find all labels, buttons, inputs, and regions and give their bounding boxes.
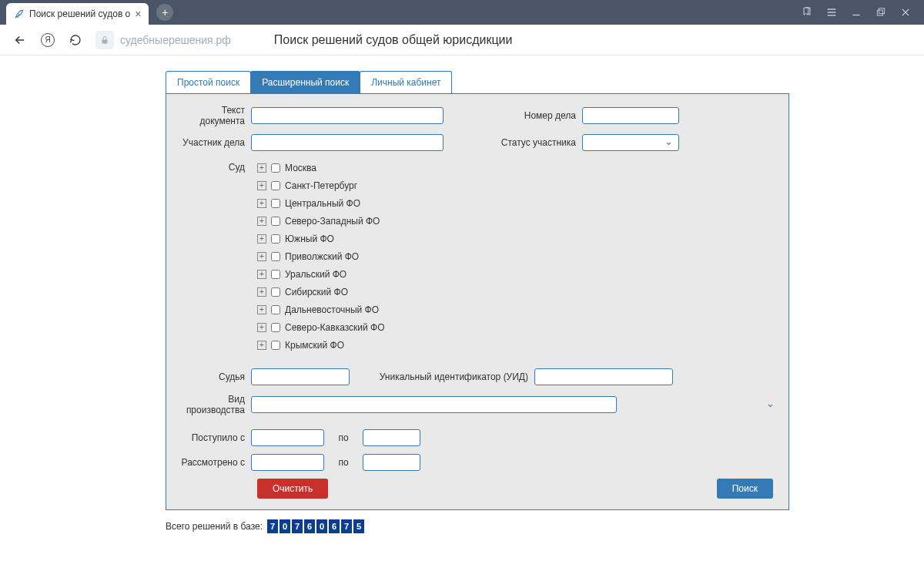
expand-icon[interactable]: + <box>257 305 266 314</box>
label-doc-text: Текст документа <box>174 105 251 126</box>
court-label: Приволжский ФО <box>285 251 359 262</box>
label-received-to: по <box>324 432 363 443</box>
label-uid: Уникальный идентификатор (УИД) <box>350 371 534 382</box>
back-icon[interactable] <box>12 32 28 48</box>
tab-cabinet[interactable]: Личный кабинет <box>360 71 452 93</box>
label-participant: Участник дела <box>174 137 251 148</box>
proc-type-select[interactable] <box>251 396 617 413</box>
court-tree-item: +Уральский ФО <box>257 265 385 283</box>
label-status: Статус участника <box>474 137 582 148</box>
participant-input[interactable] <box>251 134 444 151</box>
reviewed-to-input[interactable] <box>363 454 420 471</box>
label-judge: Судья <box>174 371 251 382</box>
expand-icon[interactable]: + <box>257 163 266 173</box>
label-reviewed-from: Рассмотрено с <box>174 457 251 468</box>
footer: Всего решений в базе: 70760675 <box>166 519 789 533</box>
court-tree-item: +Москва <box>257 159 385 176</box>
court-checkbox[interactable] <box>271 323 280 332</box>
court-tree: +Москва+Санкт-Петербург+Центральный ФО+С… <box>251 159 385 354</box>
browser-toolbar: Я судебныерешения.рф Поиск решений судов… <box>0 25 924 55</box>
label-received-from: Поступило с <box>174 432 251 443</box>
court-checkbox[interactable] <box>271 305 280 314</box>
url-text: судебныерешения.рф <box>120 34 231 46</box>
new-tab-button[interactable]: + <box>156 4 173 21</box>
received-from-input[interactable] <box>251 429 324 446</box>
counter-digit: 7 <box>341 519 352 533</box>
expand-icon[interactable]: + <box>257 252 266 261</box>
court-checkbox[interactable] <box>271 199 280 208</box>
label-case-no: Номер дела <box>474 110 582 121</box>
court-tree-item: +Южный ФО <box>257 230 385 247</box>
feather-icon <box>14 8 25 19</box>
court-label: Москва <box>285 163 316 173</box>
expand-icon[interactable]: + <box>257 234 266 244</box>
counter-digit: 5 <box>353 519 364 533</box>
court-tree-item: +Дальневосточный ФО <box>257 301 385 318</box>
lock-icon <box>95 31 114 49</box>
court-tree-item: +Крымский ФО <box>257 336 385 354</box>
expand-icon[interactable]: + <box>257 270 266 279</box>
court-checkbox[interactable] <box>271 287 280 297</box>
court-label: Крымский ФО <box>285 340 344 351</box>
counter-digit: 6 <box>304 519 315 533</box>
tab-simple-search[interactable]: Простой поиск <box>166 71 251 93</box>
court-label: Северо-Кавказский ФО <box>285 322 385 333</box>
counter-digit: 0 <box>280 519 290 533</box>
court-label: Санкт-Петербург <box>285 180 357 191</box>
bookmarks-icon[interactable] <box>801 6 813 18</box>
uid-input[interactable] <box>534 368 673 385</box>
status-select[interactable] <box>582 134 679 151</box>
court-tree-item: +Приволжский ФО <box>257 247 385 265</box>
court-label: Центральный ФО <box>285 198 360 209</box>
window-titlebar: Поиск решений судов о × + <box>0 0 924 25</box>
doc-text-input[interactable] <box>251 107 444 124</box>
court-checkbox[interactable] <box>271 163 280 173</box>
browser-tab[interactable]: Поиск решений судов о × <box>6 3 149 25</box>
close-icon[interactable] <box>899 6 912 18</box>
label-reviewed-to: по <box>324 457 363 468</box>
clear-button[interactable]: Очистить <box>257 479 328 499</box>
search-panel: Текст документа Номер дела Участник дела… <box>166 93 789 510</box>
reviewed-from-input[interactable] <box>251 454 324 471</box>
svg-rect-4 <box>877 10 882 15</box>
tab-close-icon[interactable]: × <box>135 8 141 20</box>
case-no-input[interactable] <box>582 107 679 124</box>
court-checkbox[interactable] <box>271 270 280 279</box>
expand-icon[interactable]: + <box>257 323 266 332</box>
menu-icon[interactable] <box>825 6 838 18</box>
expand-icon[interactable]: + <box>257 181 266 190</box>
counter-digit: 7 <box>267 519 278 533</box>
court-checkbox[interactable] <box>271 181 280 190</box>
expand-icon[interactable]: + <box>257 341 266 350</box>
court-checkbox[interactable] <box>271 234 280 244</box>
counter: 70760675 <box>267 519 364 533</box>
footer-label: Всего решений в базе: <box>166 521 263 532</box>
expand-icon[interactable]: + <box>257 217 266 226</box>
court-label: Южный ФО <box>285 234 334 244</box>
counter-digit: 7 <box>292 519 303 533</box>
court-label: Уральский ФО <box>285 269 346 280</box>
court-tree-item: +Северо-Западный ФО <box>257 212 385 230</box>
court-label: Дальневосточный ФО <box>285 304 379 315</box>
reload-icon[interactable] <box>68 32 83 48</box>
minimize-icon[interactable] <box>850 6 862 18</box>
judge-input[interactable] <box>251 368 350 385</box>
court-tree-item: +Центральный ФО <box>257 194 385 212</box>
expand-icon[interactable]: + <box>257 199 266 208</box>
svg-rect-5 <box>879 8 885 14</box>
tab-title: Поиск решений судов о <box>29 8 130 19</box>
search-tabs: Простой поиск Расширенный поиск Личный к… <box>166 71 789 93</box>
court-checkbox[interactable] <box>271 341 280 350</box>
url-box[interactable]: судебныерешения.рф <box>95 31 231 49</box>
court-checkbox[interactable] <box>271 252 280 261</box>
label-proc-type: Вид производства <box>174 394 251 415</box>
yandex-icon[interactable]: Я <box>40 32 55 48</box>
court-tree-item: +Санкт-Петербург <box>257 176 385 194</box>
court-checkbox[interactable] <box>271 217 280 226</box>
search-button[interactable]: Поиск <box>717 479 773 499</box>
expand-icon[interactable]: + <box>257 287 266 297</box>
tab-advanced-search[interactable]: Расширенный поиск <box>250 71 360 93</box>
counter-digit: 6 <box>329 519 340 533</box>
maximize-icon[interactable] <box>875 6 887 18</box>
received-to-input[interactable] <box>363 429 420 446</box>
